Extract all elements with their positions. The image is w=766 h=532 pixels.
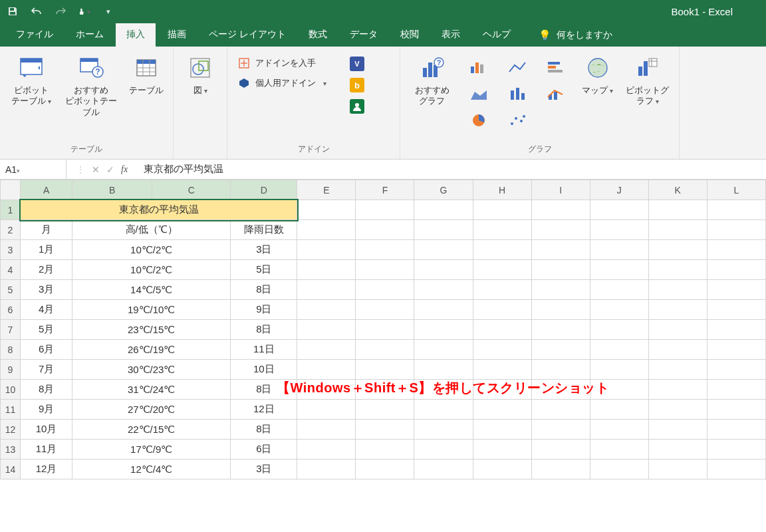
cell[interactable] bbox=[648, 460, 707, 479]
cell[interactable] bbox=[297, 420, 356, 440]
cell[interactable] bbox=[531, 220, 590, 240]
cell[interactable]: 23℃/15℃ bbox=[72, 320, 231, 340]
cell[interactable]: 3日 bbox=[231, 460, 297, 479]
cell[interactable] bbox=[531, 280, 590, 300]
cell[interactable] bbox=[473, 420, 531, 440]
cell[interactable]: 降雨日数 bbox=[231, 220, 297, 240]
cell[interactable] bbox=[473, 220, 531, 240]
tab-formulas[interactable]: 数式 bbox=[298, 23, 338, 47]
cell[interactable] bbox=[414, 260, 473, 280]
visio-addin-icon[interactable]: V bbox=[349, 56, 365, 72]
cell[interactable]: 10℃/2℃ bbox=[72, 240, 231, 260]
cell[interactable] bbox=[473, 440, 531, 460]
accept-formula-icon[interactable]: ✓ bbox=[106, 164, 114, 175]
cell[interactable] bbox=[648, 280, 707, 300]
cell-title[interactable]: 東京都の平均気温 bbox=[21, 200, 297, 220]
cell[interactable]: 4月 bbox=[21, 300, 72, 320]
col-header[interactable]: E bbox=[297, 180, 356, 200]
cell[interactable]: 1月 bbox=[21, 240, 72, 260]
col-header[interactable]: J bbox=[590, 180, 648, 200]
cell[interactable] bbox=[356, 240, 414, 260]
cell[interactable] bbox=[473, 200, 531, 220]
cell[interactable] bbox=[590, 200, 648, 220]
scatter-chart-icon[interactable] bbox=[501, 109, 534, 132]
worksheet-grid[interactable]: A B C D E F G H I J K L 1東京都の平均気温2月高/低（℃… bbox=[0, 180, 766, 479]
col-header[interactable]: F bbox=[356, 180, 414, 200]
recommended-pivot-button[interactable]: ? おすすめ ピボットテーブル bbox=[61, 51, 121, 118]
cell[interactable]: 30℃/23℃ bbox=[72, 360, 231, 380]
col-header[interactable]: A bbox=[21, 180, 72, 200]
surface-chart-icon[interactable] bbox=[539, 109, 573, 132]
col-header[interactable]: H bbox=[473, 180, 531, 200]
row-header[interactable]: 14 bbox=[1, 460, 21, 479]
cell[interactable] bbox=[707, 360, 765, 380]
stat-chart-icon[interactable] bbox=[501, 82, 534, 105]
cell[interactable] bbox=[473, 300, 531, 320]
pie-chart-icon[interactable] bbox=[462, 109, 495, 132]
cell[interactable]: 2月 bbox=[21, 260, 72, 280]
cell[interactable] bbox=[707, 340, 765, 360]
cell[interactable] bbox=[356, 360, 414, 380]
cell[interactable] bbox=[707, 240, 765, 260]
cell[interactable] bbox=[297, 260, 356, 280]
cell[interactable] bbox=[297, 300, 356, 320]
cell[interactable] bbox=[707, 320, 765, 340]
cell[interactable] bbox=[707, 200, 765, 220]
cell[interactable] bbox=[414, 420, 473, 440]
cell[interactable] bbox=[297, 320, 356, 340]
cell[interactable] bbox=[531, 400, 590, 420]
cell[interactable] bbox=[531, 320, 590, 340]
cell[interactable] bbox=[531, 200, 590, 220]
cell[interactable] bbox=[531, 360, 590, 380]
cell[interactable]: 8月 bbox=[21, 380, 72, 400]
cell[interactable]: 11月 bbox=[21, 440, 72, 460]
cell[interactable] bbox=[590, 220, 648, 240]
row-header[interactable]: 1 bbox=[1, 200, 21, 220]
cell[interactable] bbox=[297, 400, 356, 420]
get-addins-button[interactable]: アドインを入手 bbox=[238, 57, 326, 69]
cell[interactable] bbox=[648, 300, 707, 320]
cell[interactable] bbox=[531, 340, 590, 360]
cancel-formula-icon[interactable]: ✕ bbox=[92, 164, 100, 175]
cell[interactable] bbox=[297, 220, 356, 240]
cell[interactable] bbox=[531, 420, 590, 440]
touch-mode-icon[interactable] bbox=[78, 5, 90, 17]
cell[interactable] bbox=[356, 200, 414, 220]
cell[interactable]: 17℃/9℃ bbox=[72, 440, 231, 460]
col-header[interactable]: K bbox=[648, 180, 707, 200]
tab-home[interactable]: ホーム bbox=[65, 23, 114, 47]
cell[interactable] bbox=[648, 440, 707, 460]
cell[interactable] bbox=[297, 240, 356, 260]
cell[interactable] bbox=[473, 340, 531, 360]
row-header[interactable]: 12 bbox=[1, 420, 21, 440]
illustrations-button[interactable]: 図 bbox=[180, 51, 220, 96]
cell[interactable]: 12月 bbox=[21, 460, 72, 479]
area-chart-icon[interactable] bbox=[462, 82, 495, 105]
cell[interactable]: 6月 bbox=[21, 340, 72, 360]
cell[interactable] bbox=[531, 260, 590, 280]
cell[interactable] bbox=[414, 200, 473, 220]
line-chart-icon[interactable] bbox=[501, 56, 534, 78]
cell[interactable]: 7月 bbox=[21, 360, 72, 380]
cell[interactable] bbox=[590, 340, 648, 360]
tab-view[interactable]: 表示 bbox=[431, 23, 471, 47]
cell[interactable]: 3月 bbox=[21, 280, 72, 300]
cell[interactable] bbox=[590, 460, 648, 479]
cell[interactable] bbox=[590, 260, 648, 280]
cell[interactable] bbox=[590, 400, 648, 420]
cell[interactable] bbox=[473, 460, 531, 479]
cell[interactable] bbox=[531, 460, 590, 479]
cell[interactable] bbox=[590, 320, 648, 340]
cell[interactable] bbox=[356, 460, 414, 479]
name-box[interactable]: A1 bbox=[0, 160, 66, 179]
cell[interactable] bbox=[590, 440, 648, 460]
row-header[interactable]: 5 bbox=[1, 280, 21, 300]
cell[interactable] bbox=[414, 320, 473, 340]
cell[interactable] bbox=[473, 280, 531, 300]
cell[interactable] bbox=[297, 460, 356, 479]
cell[interactable] bbox=[648, 220, 707, 240]
cell[interactable]: 11日 bbox=[231, 340, 297, 360]
cell[interactable] bbox=[590, 240, 648, 260]
cell[interactable] bbox=[707, 220, 765, 240]
cell[interactable] bbox=[648, 420, 707, 440]
